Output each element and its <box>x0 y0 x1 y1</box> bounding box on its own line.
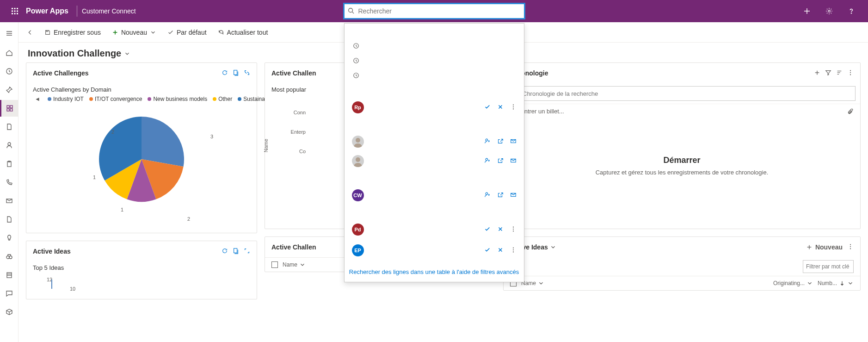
attachment-icon[interactable] <box>847 108 854 115</box>
nav-recent[interactable] <box>0 63 18 80</box>
sort-button[interactable] <box>836 69 843 77</box>
nav-ideas[interactable] <box>0 230 18 246</box>
svg-point-72 <box>850 74 851 75</box>
nav-products[interactable] <box>0 304 18 320</box>
svg-point-79 <box>850 248 851 249</box>
search-result-item[interactable]: PdPlan d'évaluation accepté (exemple) <box>345 220 524 239</box>
complete-icon[interactable] <box>484 104 491 112</box>
expand-icon[interactable] <box>244 69 250 77</box>
search-result-item[interactable]: Jim Glynn (sample) <box>345 151 524 171</box>
svg-rect-45 <box>7 106 9 108</box>
nav-files[interactable] <box>0 211 18 228</box>
more-icon[interactable] <box>510 104 517 112</box>
complete-icon[interactable] <box>484 247 491 255</box>
default-button[interactable]: Par défaut <box>163 26 211 39</box>
more-button[interactable] <box>847 69 854 77</box>
column-name[interactable]: Name <box>521 280 769 286</box>
settings-button[interactable] <box>820 0 838 22</box>
help-button[interactable] <box>842 0 861 22</box>
nav-home[interactable] <box>0 44 18 61</box>
recent-search-item[interactable]: *win <box>345 68 524 83</box>
nav-contacts[interactable] <box>0 137 18 154</box>
new-record-button[interactable]: Nouveau <box>806 243 843 251</box>
search-result-item[interactable]: EPEvaluation Plan agreed upon (sample) <box>345 239 524 261</box>
svg-point-19 <box>356 138 360 143</box>
share-icon[interactable] <box>497 157 504 165</box>
save-as-button[interactable]: Enregistrer sous <box>40 26 105 39</box>
svg-point-16 <box>512 104 513 105</box>
add-timeline-button[interactable] <box>814 69 820 77</box>
nav-dashboards[interactable] <box>0 100 18 117</box>
complete-icon[interactable] <box>484 226 491 234</box>
view-records-icon[interactable] <box>233 69 239 77</box>
svg-rect-48 <box>10 109 12 111</box>
search-suggestions-panel: Recherches récentes "Rappeler pour la ré… <box>344 23 524 282</box>
select-all-checkbox[interactable] <box>271 261 278 268</box>
nav-discover[interactable] <box>0 248 18 265</box>
app-launcher-button[interactable] <box>4 7 26 15</box>
email-link-icon[interactable] <box>510 192 517 199</box>
nav-org[interactable] <box>0 267 18 283</box>
search-result-item[interactable]: RpRappeler pour la résolution (exemple) <box>345 98 524 117</box>
advanced-filters-link[interactable]: Rechercher des lignes dans une table à l… <box>349 268 519 275</box>
recent-search-item[interactable]: win* <box>345 53 524 68</box>
cancel-icon[interactable] <box>497 226 504 234</box>
assign-icon[interactable] <box>484 157 491 165</box>
nav-toggle-button[interactable] <box>0 24 18 43</box>
recent-search-item[interactable]: "Rappeler pour la résolution (exemple)" <box>345 38 524 53</box>
refresh-icon[interactable] <box>222 69 228 77</box>
nav-activities[interactable] <box>0 155 18 172</box>
more-icon[interactable] <box>510 247 517 255</box>
add-button[interactable] <box>798 0 816 22</box>
cancel-icon[interactable] <box>497 104 504 112</box>
y-axis-label: Name <box>263 139 269 152</box>
hamburger-icon <box>6 30 13 37</box>
email-link-icon[interactable] <box>510 138 517 146</box>
avatar: CW <box>352 189 364 201</box>
search-result-item[interactable]: Thomas Andersen (sample) <box>345 132 524 151</box>
filter-keyword-input[interactable] <box>803 260 854 273</box>
new-button[interactable]: Nouveau <box>107 26 161 39</box>
default-label: Par défaut <box>177 29 207 36</box>
chat-icon <box>6 290 13 297</box>
svg-rect-3 <box>12 11 13 12</box>
nav-calls[interactable] <box>0 174 18 191</box>
cancel-icon[interactable] <box>497 247 504 255</box>
assign-icon[interactable] <box>484 138 491 146</box>
share-icon[interactable] <box>497 192 504 199</box>
app-name: Customer Connect <box>82 7 136 15</box>
save-icon <box>44 29 51 36</box>
nav-pinned[interactable] <box>0 81 18 98</box>
expand-icon[interactable] <box>244 248 250 255</box>
document-icon <box>6 123 13 131</box>
search-input[interactable] <box>344 4 524 19</box>
back-button[interactable] <box>22 26 38 38</box>
more-icon[interactable] <box>510 226 517 234</box>
filter-button[interactable] <box>825 69 831 77</box>
refresh-icon[interactable] <box>222 248 228 255</box>
card-title: Active Challen <box>271 243 316 251</box>
timeline-search-input[interactable] <box>508 86 856 101</box>
home-icon <box>6 49 13 56</box>
card-title: Active Challen <box>271 69 316 77</box>
more-button[interactable] <box>847 243 854 251</box>
assign-icon[interactable] <box>484 192 491 199</box>
column-originating[interactable]: Originating... <box>773 280 813 286</box>
legend-prev-button[interactable]: ◄ <box>33 96 42 102</box>
view-records-icon[interactable] <box>233 248 239 255</box>
svg-point-17 <box>512 106 513 107</box>
search-result-item[interactable]: CWCoho Winery (sample) <box>345 186 524 205</box>
note-input-row[interactable]: Entrer un billet... <box>504 104 860 118</box>
refresh-all-label: Actualiser tout <box>227 29 268 36</box>
share-icon[interactable] <box>497 138 504 146</box>
timeline-empty-title: Démarrer <box>513 155 851 165</box>
svg-point-36 <box>512 251 513 252</box>
nav-email[interactable] <box>0 193 18 209</box>
svg-rect-2 <box>17 8 18 9</box>
nav-accounts[interactable] <box>0 118 18 135</box>
column-name[interactable]: Name <box>283 261 306 268</box>
nav-chat[interactable] <box>0 285 18 302</box>
column-number[interactable]: Numb... <box>818 280 854 286</box>
email-link-icon[interactable] <box>510 157 517 165</box>
refresh-all-button[interactable]: Actualiser tout <box>213 26 273 39</box>
